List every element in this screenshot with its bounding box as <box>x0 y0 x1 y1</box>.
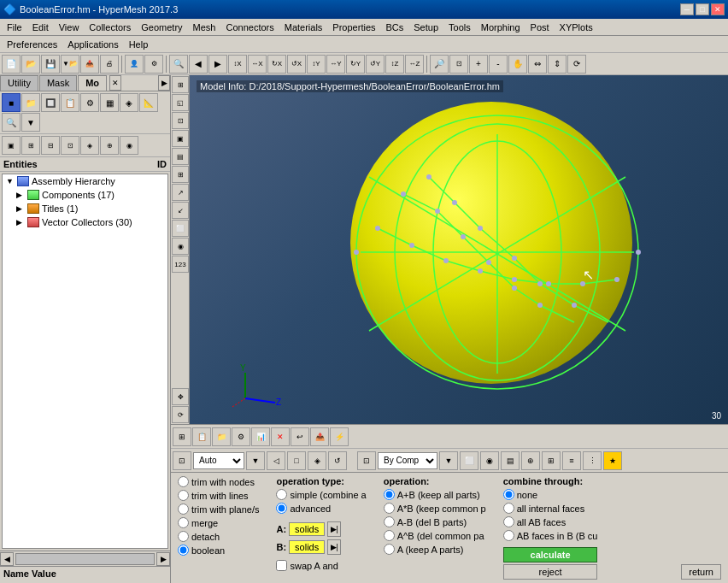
lp-more[interactable]: ▼ <box>21 113 40 132</box>
tb-import[interactable]: ▼📂 <box>61 55 79 74</box>
a-solids-btn[interactable]: solids <box>289 522 325 536</box>
lp-btn-5[interactable]: ⚙ <box>80 93 99 112</box>
tb-rotate2[interactable]: ↺X <box>287 55 306 74</box>
tab-utility[interactable]: Utility <box>0 75 38 91</box>
pref-help[interactable]: Help <box>124 38 154 51</box>
radio-none[interactable]: none <box>503 489 598 500</box>
tree-item-assembly[interactable]: ▼ Assembly Hierarchy <box>3 174 167 188</box>
bycomp-dropdown[interactable]: By Comp <box>378 452 437 469</box>
tb-rot4[interactable]: ↺Y <box>366 55 385 74</box>
tb-open[interactable]: 📂 <box>21 55 40 74</box>
radio-aonly[interactable]: A (keep A parts) <box>384 544 486 555</box>
vs-btn-coord[interactable]: ⟳ <box>172 406 189 423</box>
tb-move1[interactable]: ↕X <box>228 55 247 74</box>
tree-item-components[interactable]: ▶ Components (17) <box>3 188 167 202</box>
bt-4[interactable]: ⚙ <box>232 427 250 446</box>
maximize-button[interactable]: □ <box>696 3 709 15</box>
menu-edit[interactable]: Edit <box>27 21 54 34</box>
return-button[interactable]: return <box>681 564 721 580</box>
bt-2[interactable]: 📋 <box>192 427 211 446</box>
pref-applications[interactable]: Applications <box>62 38 123 51</box>
radio-trim-lines[interactable]: trim with lines <box>178 490 259 501</box>
vs-btn-2[interactable]: ◱ <box>172 94 189 111</box>
tb-rotate-all[interactable]: ⟳ <box>567 55 586 74</box>
vs-btn-8[interactable]: ↙ <box>172 202 189 219</box>
entity-btn-1[interactable]: ▣ <box>2 136 21 155</box>
menu-tools[interactable]: Tools <box>443 21 476 34</box>
tb-user2[interactable]: ⚙ <box>144 55 163 74</box>
lp-btn-2[interactable]: 📁 <box>21 93 40 112</box>
vs-btn-11[interactable]: 123 <box>172 256 189 273</box>
lp-btn-1[interactable]: ■ <box>2 93 21 112</box>
radio-advanced[interactable]: advanced <box>276 503 366 514</box>
tb-plus[interactable]: + <box>469 55 488 74</box>
tb-arrow-right[interactable]: ▶ <box>208 55 227 74</box>
close-button[interactable]: ✕ <box>711 3 725 15</box>
tb-minus[interactable]: - <box>489 55 508 74</box>
radio-acaretb[interactable]: A^B (del common pa <box>384 530 486 541</box>
radio-aminusb[interactable]: A-B (del B parts) <box>384 516 486 527</box>
st-btn7[interactable]: ▤ <box>501 451 520 470</box>
tree-item-titles[interactable]: ▶ Titles (1) <box>3 202 167 215</box>
entity-btn-5[interactable]: ◈ <box>80 136 99 155</box>
tb-move3[interactable]: ↕Y <box>307 55 326 74</box>
menu-setup[interactable]: Setup <box>408 21 443 34</box>
vs-btn-bottom[interactable]: ✥ <box>172 388 189 405</box>
radio-simple[interactable]: simple (combine a <box>276 489 366 500</box>
tb-hand[interactable]: ✋ <box>508 55 527 74</box>
bt-3[interactable]: 📁 <box>212 427 231 446</box>
tb-move6[interactable]: ↔Z <box>405 55 424 74</box>
entity-btn-7[interactable]: ◉ <box>120 136 138 155</box>
menu-connectors[interactable]: Connectors <box>220 21 279 34</box>
menu-bcs[interactable]: BCs <box>381 21 409 34</box>
tb-zoom[interactable]: 🔍 <box>169 55 188 74</box>
tb-move4[interactable]: ↔Y <box>326 55 345 74</box>
tb-zoomfit[interactable]: ⊡ <box>449 55 468 74</box>
entity-btn-6[interactable]: ⊕ <box>100 136 119 155</box>
tb-print[interactable]: 🖨 <box>100 55 119 74</box>
lp-btn-6[interactable]: ▦ <box>100 93 119 112</box>
tab-mask[interactable]: Mask <box>39 75 77 91</box>
vs-btn-3[interactable]: ⊡ <box>172 112 189 129</box>
lp-btn-8[interactable]: 📐 <box>139 93 158 112</box>
tab-scroll-right[interactable]: ▶ <box>158 75 170 91</box>
st-btn12[interactable]: ★ <box>603 451 622 470</box>
canvas-area[interactable]: Model Info: D:/2018/Support-Hypermesh/Bo… <box>190 75 728 424</box>
st-btn10[interactable]: ≡ <box>562 451 581 470</box>
tab-mo[interactable]: Mo <box>78 75 107 91</box>
menu-materials[interactable]: Materials <box>279 21 328 34</box>
menu-morphing[interactable]: Morphing <box>476 21 525 34</box>
radio-aplusb[interactable]: A+B (keep all parts) <box>384 489 486 500</box>
menu-view[interactable]: View <box>54 21 85 34</box>
tb-zoom2[interactable]: 🔎 <box>430 55 449 74</box>
vs-btn-5[interactable]: ▤ <box>172 148 189 165</box>
bt-6[interactable]: ✕ <box>271 427 290 446</box>
menu-mesh[interactable]: Mesh <box>188 21 221 34</box>
radio-ab-in-b[interactable]: AB faces in B (B cu <box>503 530 598 541</box>
tb-rot3[interactable]: ↻Y <box>346 55 365 74</box>
scroll-right-btn[interactable]: ▶ <box>156 552 170 566</box>
horizontal-scrollbar[interactable] <box>15 553 155 565</box>
tb-updown[interactable]: ⇕ <box>548 55 567 74</box>
st-btn5[interactable]: ⬜ <box>460 451 478 470</box>
vs-btn-1[interactable]: ⊞ <box>172 76 189 93</box>
lp-btn-3[interactable]: 🔲 <box>41 93 60 112</box>
st-btn4[interactable]: ↺ <box>328 451 347 470</box>
vs-btn-7[interactable]: ↗ <box>172 184 189 201</box>
lp-btn-4[interactable]: 📋 <box>61 93 79 112</box>
entity-btn-4[interactable]: ⊡ <box>61 136 79 155</box>
bt-8[interactable]: 📤 <box>310 427 329 446</box>
radio-boolean[interactable]: boolean <box>178 545 259 556</box>
st-btn3[interactable]: ◈ <box>308 451 326 470</box>
menu-file[interactable]: File <box>2 21 27 34</box>
radio-astb[interactable]: A*B (keep common p <box>384 503 486 514</box>
b-arrow-btn[interactable]: ▶| <box>327 539 341 555</box>
bt-7[interactable]: ↩ <box>291 427 309 446</box>
radio-merge[interactable]: merge <box>178 517 259 528</box>
scroll-left-btn[interactable]: ◀ <box>0 552 14 566</box>
st-icon3[interactable]: ⊡ <box>357 451 376 470</box>
st-btn1[interactable]: ◁ <box>267 451 285 470</box>
menu-properties[interactable]: Properties <box>327 21 380 34</box>
bt-5[interactable]: 📊 <box>251 427 270 446</box>
tb-arrows[interactable]: ⇔ <box>528 55 547 74</box>
